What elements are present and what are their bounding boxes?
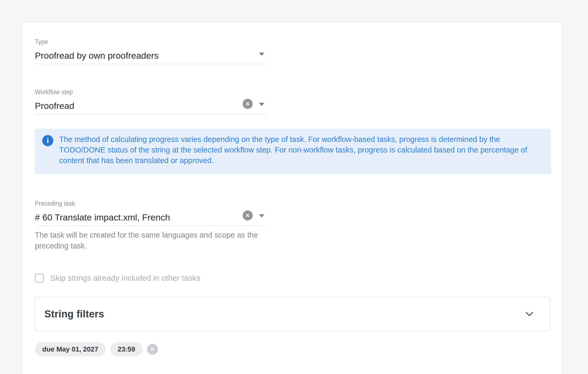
progress-info-note: i The method of calculating progress var… — [35, 129, 551, 174]
close-icon — [149, 346, 155, 352]
skip-strings-checkbox[interactable] — [35, 274, 44, 283]
due-time-chip[interactable]: 23:59 — [110, 342, 143, 356]
type-value: Proofread by own proofreaders — [35, 50, 159, 61]
string-filters-header[interactable]: String filters — [35, 297, 550, 331]
due-date-chip[interactable]: due May 01, 2027 — [35, 342, 106, 356]
info-icon: i — [42, 135, 53, 146]
chevron-down-icon — [524, 311, 534, 317]
preceding-task-select[interactable]: Preceding task # 60 Translate impact.xml… — [35, 200, 267, 226]
remove-due-date-button[interactable] — [147, 344, 158, 355]
workflow-step-label: Workflow step — [35, 89, 267, 96]
workflow-step-clear-button[interactable] — [243, 99, 253, 109]
caret-down-icon[interactable] — [259, 103, 264, 106]
close-icon — [245, 101, 251, 107]
caret-down-icon[interactable] — [259, 53, 264, 56]
preceding-task-helper-text: The task will be created for the same la… — [35, 230, 274, 251]
preceding-task-clear-button[interactable] — [243, 210, 253, 220]
info-note-text: The method of calculating progress varie… — [59, 134, 540, 166]
skip-strings-row: Skip strings already included in other t… — [35, 274, 200, 283]
task-form-card: Type Proofread by own proofreaders Workf… — [22, 22, 562, 374]
type-label: Type — [35, 38, 267, 45]
due-chips-row: due May 01, 2027 23:59 — [35, 342, 158, 356]
preceding-task-value: # 60 Translate impact.xml, French — [35, 211, 170, 223]
caret-down-icon[interactable] — [259, 214, 264, 218]
string-filters-title: String filters — [44, 308, 104, 320]
close-icon — [245, 213, 251, 218]
type-select[interactable]: Type Proofread by own proofreaders — [35, 38, 267, 64]
skip-strings-label: Skip strings already included in other t… — [50, 274, 200, 283]
workflow-step-select[interactable]: Workflow step Proofread — [35, 89, 267, 114]
preceding-task-label: Preceding task — [35, 200, 267, 207]
workflow-step-value: Proofread — [35, 100, 74, 112]
